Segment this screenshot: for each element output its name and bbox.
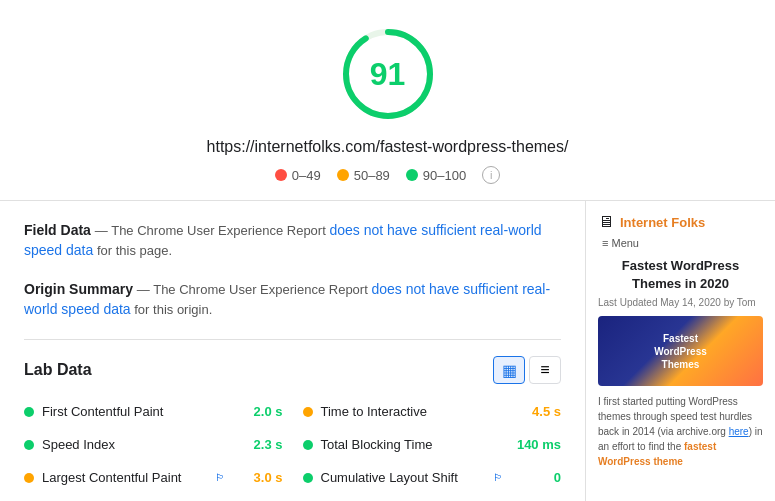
site-name: Internet Folks	[620, 215, 705, 230]
grid-view-button[interactable]: ▦	[493, 356, 525, 384]
si-dot-icon	[24, 440, 34, 450]
field-data-body-before: The Chrome User Experience Report	[111, 223, 329, 238]
si-label: Speed Index	[42, 437, 225, 452]
preview-here-link[interactable]: here	[729, 426, 749, 437]
legend-item-orange: 50–89	[337, 168, 390, 183]
score-ring: 91	[338, 24, 438, 124]
legend-label-orange: 50–89	[354, 168, 390, 183]
view-toggles: ▦ ≡	[493, 356, 561, 384]
field-data-title: Field Data	[24, 222, 91, 238]
site-preview: 🖥 Internet Folks ≡ Menu Fastest WordPres…	[598, 213, 763, 469]
fcp-label: First Contentful Paint	[42, 404, 225, 419]
list-view-button[interactable]: ≡	[529, 356, 561, 384]
lcp-flag-icon: 🏳	[215, 472, 225, 483]
lab-data-header: Lab Data ▦ ≡	[24, 356, 561, 384]
score-legend: 0–49 50–89 90–100 i	[275, 166, 500, 184]
tbt-label: Total Blocking Time	[321, 437, 504, 452]
tti-dot-icon	[303, 407, 313, 417]
orange-dot-icon	[337, 169, 349, 181]
cls-dot-icon	[303, 473, 313, 483]
origin-summary-title: Origin Summary	[24, 281, 133, 297]
list-view-icon: ≡	[540, 361, 549, 379]
lcp-label: Largest Contentful Paint	[42, 470, 205, 485]
preview-image: FastestWordPressThemes	[598, 316, 763, 386]
preview-menu: ≡ Menu	[598, 237, 763, 249]
metric-tbt: Total Blocking Time 140 ms	[303, 433, 562, 456]
preview-page-title: Fastest WordPress Themes in 2020	[598, 257, 763, 293]
metric-si: Speed Index 2.3 s	[24, 433, 283, 456]
field-data-body-after: for this page.	[93, 243, 172, 258]
origin-summary-body-after: for this origin.	[131, 302, 213, 317]
main-content: Field Data — The Chrome User Experience …	[0, 201, 775, 501]
field-data-section: Field Data — The Chrome User Experience …	[24, 221, 561, 260]
origin-summary-section: Origin Summary — The Chrome User Experie…	[24, 280, 561, 319]
tti-label: Time to Interactive	[321, 404, 504, 419]
preview-body-text: I first started putting WordPress themes…	[598, 394, 763, 469]
origin-summary-body-before: The Chrome User Experience Report	[153, 282, 371, 297]
monitor-icon: 🖥	[598, 213, 614, 231]
lcp-dot-icon	[24, 473, 34, 483]
top-section: 91 https://internetfolks.com/fastest-wor…	[0, 0, 775, 201]
green-dot-icon	[406, 169, 418, 181]
metric-lcp: Largest Contentful Paint 🏳 3.0 s	[24, 466, 283, 489]
legend-item-green: 90–100	[406, 168, 466, 183]
legend-item-red: 0–49	[275, 168, 321, 183]
tbt-value: 140 ms	[511, 437, 561, 452]
preview-meta: Last Updated May 14, 2020 by Tom	[598, 297, 763, 308]
metric-tti: Time to Interactive 4.5 s	[303, 400, 562, 423]
url-display: https://internetfolks.com/fastest-wordpr…	[207, 138, 569, 156]
cls-label: Cumulative Layout Shift	[321, 470, 484, 485]
lcp-value: 3.0 s	[233, 470, 283, 485]
metrics-grid: First Contentful Paint 2.0 s Time to Int…	[24, 400, 561, 489]
cls-value: 0	[511, 470, 561, 485]
info-icon[interactable]: i	[482, 166, 500, 184]
tti-value: 4.5 s	[511, 404, 561, 419]
red-dot-icon	[275, 169, 287, 181]
right-panel: 🖥 Internet Folks ≡ Menu Fastest WordPres…	[585, 201, 775, 501]
metric-cls: Cumulative Layout Shift 🏳 0	[303, 466, 562, 489]
divider	[24, 339, 561, 340]
field-data-separator: —	[95, 223, 111, 238]
lab-data-title: Lab Data	[24, 361, 92, 379]
cls-flag-icon: 🏳	[493, 472, 503, 483]
score-value: 91	[370, 56, 406, 93]
fcp-value: 2.0 s	[233, 404, 283, 419]
origin-summary-separator: —	[137, 282, 153, 297]
si-value: 2.3 s	[233, 437, 283, 452]
tbt-dot-icon	[303, 440, 313, 450]
left-panel: Field Data — The Chrome User Experience …	[0, 201, 585, 501]
fcp-dot-icon	[24, 407, 34, 417]
legend-label-red: 0–49	[292, 168, 321, 183]
grid-view-icon: ▦	[502, 361, 517, 380]
metric-fcp: First Contentful Paint 2.0 s	[24, 400, 283, 423]
legend-label-green: 90–100	[423, 168, 466, 183]
preview-header: 🖥 Internet Folks	[598, 213, 763, 231]
